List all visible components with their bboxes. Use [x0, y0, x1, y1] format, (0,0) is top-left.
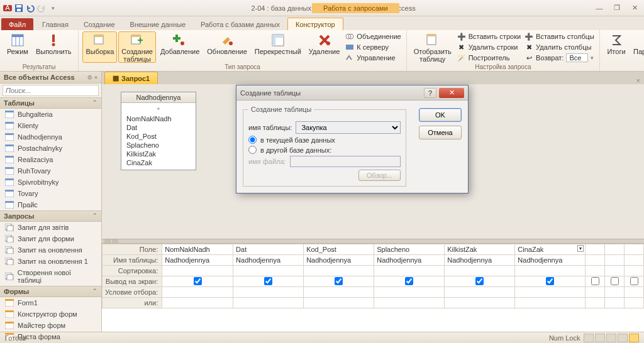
doc-close-icon[interactable]: × — [633, 77, 644, 84]
view-pivot-icon[interactable] — [595, 334, 605, 342]
params-button[interactable]: [?]Параметры — [630, 31, 644, 63]
select-query-button[interactable]: Выборка — [82, 31, 117, 63]
tab-design[interactable]: Конструктор — [287, 18, 343, 30]
qbe-cell[interactable]: Kod_Post — [304, 244, 374, 255]
qbe-show-checkbox[interactable] — [546, 277, 554, 285]
view-datasheet-icon[interactable] — [584, 334, 594, 342]
nav-item[interactable]: Запит на оновлення 1 — [0, 256, 101, 267]
field-list-item[interactable]: KilkistZak — [126, 150, 191, 158]
doc-tab-query1[interactable]: ▦Запрос1 — [104, 72, 158, 84]
view-sql-icon[interactable] — [618, 334, 628, 342]
search-input[interactable] — [3, 85, 99, 96]
qbe-cell[interactable]: Nadhodjennya — [445, 255, 515, 266]
qbe-cell[interactable] — [445, 266, 515, 276]
totals-button[interactable]: Итоги — [604, 31, 629, 63]
qbe-cell[interactable] — [605, 287, 625, 298]
field-list-item[interactable]: CinaZak — [126, 158, 191, 167]
qat-customize-icon[interactable]: ▾ — [48, 3, 58, 13]
passthrough-button[interactable]: К серверу — [344, 42, 402, 52]
qbe-cell[interactable] — [233, 276, 304, 287]
radio-other-label[interactable]: в другой базе данных: — [260, 146, 331, 154]
qbe-cell[interactable] — [515, 276, 586, 287]
nav-item[interactable]: Buhgalteria — [0, 109, 101, 120]
qbe-cell[interactable] — [445, 276, 515, 287]
run-button[interactable]: Выполнить — [33, 31, 74, 63]
qbe-cell[interactable] — [233, 298, 304, 308]
qbe-show-checkbox[interactable] — [405, 277, 413, 285]
view-chart-icon[interactable] — [606, 334, 616, 342]
maketable-query-button[interactable]: Создание таблицы — [118, 31, 156, 63]
qbe-cell[interactable] — [162, 298, 233, 308]
qbe-cell[interactable] — [605, 266, 625, 276]
nav-item[interactable]: Form1 — [0, 297, 101, 308]
nav-item[interactable]: Klienty — [0, 120, 101, 131]
union-button[interactable]: Объединение — [344, 31, 402, 41]
qbe-cell[interactable] — [625, 276, 644, 287]
qbe-cell[interactable] — [586, 266, 605, 276]
qbe-cell[interactable] — [515, 287, 586, 298]
field-list-item[interactable]: Dat — [126, 123, 191, 132]
nav-header[interactable]: Все объекты Access ⊙ « — [0, 72, 101, 84]
qbe-cell[interactable]: KilkistZak — [445, 244, 515, 255]
qbe-cell[interactable] — [304, 287, 374, 298]
qbe-cell[interactable] — [586, 255, 605, 266]
qbe-cell[interactable] — [515, 266, 586, 276]
restore-icon[interactable]: ❐ — [610, 3, 624, 13]
insert-cols-button[interactable]: ➕Вставить столбцы — [523, 31, 596, 41]
field-list-item[interactable]: Kod_Post — [126, 132, 191, 141]
undo-icon[interactable] — [25, 3, 35, 13]
tab-home[interactable]: Главная — [35, 18, 76, 30]
redo-icon[interactable] — [36, 3, 47, 13]
save-icon[interactable] — [14, 3, 24, 13]
nav-item[interactable]: Realizaciya — [0, 154, 101, 165]
qbe-cell[interactable] — [445, 298, 515, 308]
return-field[interactable]: ↩Возврат: Все▾ — [523, 53, 596, 63]
tab-dbtools[interactable]: Работа с базами данных — [193, 18, 287, 30]
nav-section-tables[interactable]: Таблицы⌃ — [0, 97, 101, 109]
qbe-cell[interactable] — [233, 266, 304, 276]
nav-section-forms[interactable]: Формы⌃ — [0, 286, 101, 297]
qbe-cell[interactable]: Nadhodjennya — [374, 255, 445, 266]
qbe-cell[interactable] — [586, 276, 605, 287]
qbe-cell[interactable] — [304, 276, 374, 287]
nav-collapse-icon[interactable]: ⊙ « — [87, 74, 97, 80]
dialog-help-icon[interactable]: ? — [424, 88, 436, 98]
qbe-cell[interactable] — [304, 298, 374, 308]
qbe-cell[interactable] — [625, 287, 644, 298]
minimize-icon[interactable]: — — [592, 3, 606, 13]
qbe-cell[interactable] — [374, 276, 445, 287]
ok-button[interactable]: OK — [419, 108, 462, 122]
field-list-item[interactable]: Splacheno — [126, 141, 191, 150]
qbe-cell[interactable] — [605, 255, 625, 266]
nav-item[interactable]: Конструктор форм — [0, 308, 101, 320]
field-list-item[interactable]: NomNaklNadh — [126, 114, 191, 123]
nav-item[interactable]: Запит на оновлення — [0, 244, 101, 256]
tab-create[interactable]: Создание — [76, 18, 123, 30]
qbe-cell[interactable] — [586, 244, 605, 255]
qbe-cell[interactable] — [625, 298, 644, 308]
nav-item[interactable]: Створення нової таблиці — [0, 267, 101, 286]
qbe-cell[interactable]: Nadhodjennya — [162, 255, 233, 266]
qbe-cell[interactable] — [304, 266, 374, 276]
nav-item[interactable]: Прайс — [0, 199, 101, 210]
view-design-icon[interactable] — [629, 334, 639, 342]
qbe-cell[interactable]: NomNaklNadh — [162, 244, 233, 255]
qbe-cell[interactable]: Nadhodjennya — [304, 255, 374, 266]
qbe-cell[interactable] — [625, 266, 644, 276]
qbe-cell[interactable] — [162, 287, 233, 298]
qbe-cell[interactable] — [445, 287, 515, 298]
crosstab-query-button[interactable]: Перекрестный — [252, 31, 304, 63]
qbe-cell[interactable] — [374, 298, 445, 308]
qbe-cell[interactable] — [605, 244, 625, 255]
qbe-show-checkbox[interactable] — [335, 277, 343, 285]
qbe-cell[interactable] — [374, 266, 445, 276]
qbe-cell[interactable]: Dat — [233, 244, 304, 255]
dialog-close-icon[interactable]: ✕ — [439, 88, 464, 98]
nav-item[interactable]: Nadhodjennya — [0, 131, 101, 143]
nav-item[interactable]: Запит для форми — [0, 233, 101, 244]
qbe-cell[interactable] — [374, 287, 445, 298]
qbe-cell[interactable] — [625, 255, 644, 266]
nav-section-queries[interactable]: Запросы⌃ — [0, 210, 101, 222]
nav-item[interactable]: Spivrobitnyky — [0, 177, 101, 188]
dialog-titlebar[interactable]: Создание таблицы ? ✕ — [236, 85, 468, 101]
